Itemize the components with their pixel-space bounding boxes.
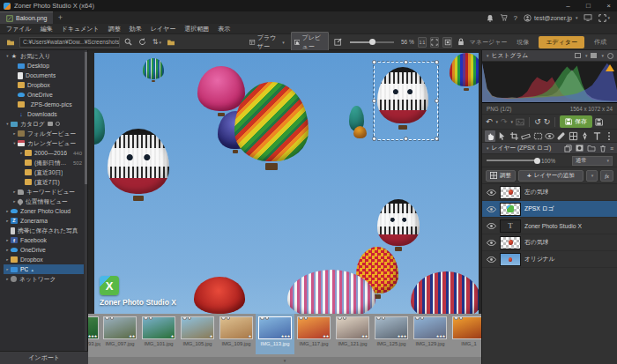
filmstrip-item[interactable]: ★IMG_101.jpg (139, 314, 178, 354)
layer-selection-box[interactable] (374, 62, 438, 140)
sidebar-item[interactable]: (直近7日) (4, 177, 84, 187)
collapse-icon[interactable]: ▾ (487, 145, 489, 151)
notifications-bell-icon[interactable] (487, 14, 494, 22)
crop-tool[interactable] (509, 130, 519, 142)
sidebar-item[interactable]: ▸Dropbox (4, 255, 84, 264)
thumbnail-image[interactable]: ★★ (336, 316, 369, 339)
photo-balloons[interactable]: X Zoner Photo Studio X (94, 53, 479, 314)
selection-handle[interactable] (404, 137, 408, 141)
gear-icon[interactable] (56, 122, 60, 126)
expander-icon[interactable]: ▾ (11, 141, 18, 145)
rotate-left-icon[interactable]: ↺ (534, 118, 541, 126)
sidebar-item[interactable]: ▾★お気に入り (4, 51, 84, 61)
thumbnail-image[interactable]: ★★★ (258, 316, 292, 339)
visibility-eye-icon[interactable] (487, 189, 496, 196)
path-input[interactable]: C:¥Users¥watan¥Dow...¥Screenshots (19, 37, 120, 48)
sidebar-item[interactable]: ▸フォルダービュー (4, 129, 84, 138)
sidebar-item[interactable]: ▸キーワードビュー (4, 187, 84, 197)
layer-effects-button[interactable]: fx (600, 170, 613, 182)
menu-item-7[interactable]: 表示 (218, 25, 230, 33)
fit-to-screen-button[interactable] (430, 37, 439, 48)
adjustments-button[interactable]: 調整 (486, 170, 516, 182)
thumbnail-image[interactable]: ★ (142, 316, 175, 339)
expander-icon[interactable]: ▸ (4, 238, 11, 242)
group-layers-icon[interactable] (587, 145, 596, 152)
zoom-slider[interactable] (350, 41, 394, 43)
sidebar-item[interactable]: ▸OneDrive (4, 245, 84, 255)
layers-menu-icon[interactable]: ≡ (610, 145, 613, 152)
layer-row[interactable]: 左の気球 (482, 184, 617, 201)
mesh-deform-tool[interactable] (568, 130, 578, 142)
filmstrip-item[interactable]: ★IMG_105.jpg (178, 314, 217, 354)
undo-button[interactable]: ↶ (486, 118, 493, 126)
eject-icon[interactable]: ▴ (31, 267, 33, 272)
filmstrip-item[interactable]: ★★★IMG_125.jpg (372, 314, 411, 354)
thumbnail-image[interactable]: ★★★ (375, 316, 408, 339)
sidebar-item[interactable]: (直近30日) (4, 167, 84, 177)
zoom-100-button[interactable]: 1:1 (418, 37, 427, 48)
pan-hand-tool[interactable] (485, 130, 495, 142)
layer-row[interactable]: ZPSX ロゴ (482, 201, 617, 218)
layer-row[interactable]: TZoner Photo Studio X (482, 218, 617, 234)
add-tab-button[interactable]: + (53, 11, 67, 24)
expander-icon[interactable]: ▾ (4, 122, 11, 126)
histogram-settings-icon[interactable] (607, 53, 613, 59)
sidebar-item[interactable]: ▸ZZonerama (4, 216, 84, 226)
mode-button-1[interactable]: 現像 (517, 38, 529, 47)
sidebar-item[interactable]: ▸fFacebook (4, 235, 84, 245)
sidebar-item[interactable]: Documents (4, 71, 84, 80)
close-button[interactable]: × (600, 0, 617, 11)
mode-button-0[interactable]: マネージャー (470, 38, 508, 47)
expander-icon[interactable]: ▸ (11, 189, 18, 194)
edit-in-window-icon[interactable] (332, 36, 343, 48)
layer-row[interactable]: 右の気球 (482, 234, 617, 251)
sidebar-item[interactable]: Desktop (4, 61, 84, 71)
mask-icon[interactable] (576, 145, 584, 152)
new-folder-icon[interactable] (166, 36, 176, 48)
compare-icon[interactable] (516, 118, 524, 126)
sidebar-item[interactable]: ▸ネットワーク (4, 274, 84, 284)
straighten-tool[interactable] (520, 130, 531, 142)
layer-row[interactable]: オリジナル (482, 251, 617, 268)
visibility-eye-icon[interactable] (487, 223, 496, 229)
help-icon[interactable]: ? (514, 14, 517, 22)
save-as-icon[interactable] (595, 118, 603, 126)
visibility-eye-icon[interactable] (487, 240, 496, 246)
visibility-eye-icon[interactable] (487, 256, 496, 263)
thumbnail-image[interactable] (452, 316, 481, 339)
opacity-slider[interactable] (487, 160, 538, 161)
filmstrip-item[interactable]: ★★IMG_121.jpg (333, 314, 372, 354)
thumbnail-image[interactable]: ★ (181, 316, 214, 339)
filmstrip-item[interactable]: IMG_1 (450, 314, 481, 354)
selection-handle[interactable] (372, 99, 376, 103)
selection-handle[interactable] (404, 60, 408, 64)
sidebar-item[interactable]: ▸PC▴ (4, 264, 84, 274)
more-tools-icon[interactable] (604, 130, 614, 142)
filmstrip-item[interactable]: ★★IMG_117.jpg (294, 314, 333, 354)
folder-plus-icon[interactable] (48, 122, 53, 126)
red-eye-tool[interactable] (544, 130, 554, 142)
menu-item-3[interactable]: 調整 (108, 25, 121, 33)
folder-icon[interactable] (5, 36, 16, 48)
fullscreen-icon[interactable]: ▾ (598, 14, 610, 22)
histogram-header[interactable]: ▾ ヒストグラム ▾ ▾ (482, 50, 617, 62)
preview-mode-button[interactable]: プレビュー (291, 32, 329, 53)
expander-icon[interactable]: ▸ (19, 151, 25, 155)
sidebar-item[interactable]: Dropbox (4, 80, 84, 90)
expander-icon[interactable]: ▸ (4, 248, 11, 252)
thumbnail-image[interactable]: ★★★ (88, 316, 99, 339)
redo-button[interactable]: ↷ (501, 118, 508, 126)
selection-handle[interactable] (435, 99, 439, 103)
filmstrip-item[interactable]: ★IMG_109.jpg (217, 314, 256, 354)
second-display-icon[interactable] (584, 14, 592, 21)
add-layer-button[interactable]: + レイヤーの追加 (518, 170, 584, 182)
rotate-right-icon[interactable]: ↻ (544, 118, 551, 126)
filmstrip-item[interactable]: ★★IMG_097.jpg (100, 314, 139, 354)
collapse-icon[interactable]: ▾ (487, 53, 489, 58)
import-button[interactable]: インポート (0, 351, 88, 364)
add-layer-dropdown[interactable]: ▾ (586, 170, 598, 182)
menu-item-6[interactable]: 選択範囲 (184, 25, 209, 33)
sidebar-item[interactable]: ▾カレンダービュー (4, 138, 84, 148)
histogram-mode-icon[interactable] (575, 53, 581, 58)
sidebar-item[interactable]: ▸位置情報ビュー (4, 197, 84, 206)
